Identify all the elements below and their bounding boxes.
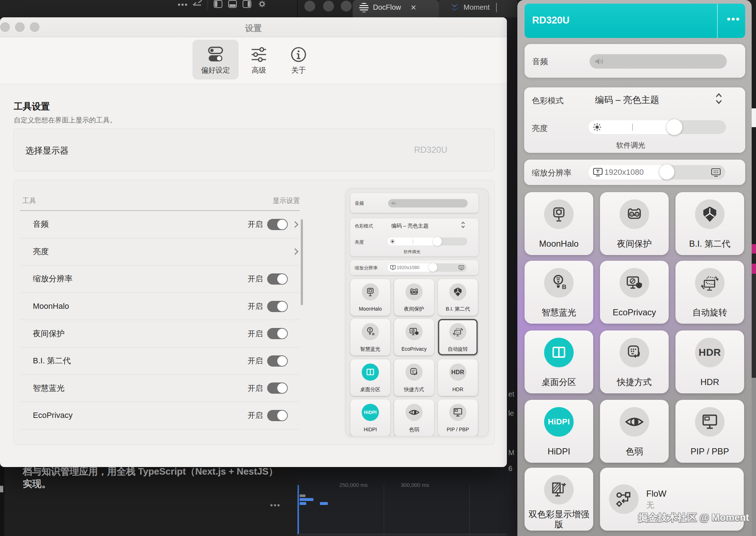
tool-tile-label: FloW: [646, 489, 666, 499]
tool-toggle[interactable]: [267, 301, 288, 312]
window-titlebar[interactable]: 设置: [0, 17, 507, 37]
speaker-icon: [595, 57, 604, 66]
brightness-label: 亮度: [355, 239, 364, 245]
layout-sidebar-left-icon[interactable]: [214, 0, 222, 8]
tab-advanced[interactable]: 高级: [236, 40, 282, 79]
display-control-panel: RD320U ••• 音频 色彩模式 编码 – 亮色主题 亮度: [517, 0, 752, 536]
resolution-card: 缩放分辨率 1920x1080: [350, 260, 478, 275]
tool-tile-shortcuts-icon[interactable]: 快捷方式: [600, 330, 669, 393]
tool-tile-hidpi-text-icon[interactable]: HiDPIHiDPI: [525, 400, 593, 463]
tab-label: 偏好设定: [192, 65, 239, 75]
color-mode-value[interactable]: 编码 – 亮色主题: [568, 94, 687, 106]
flow-icon: [609, 484, 639, 514]
back-arrow-icon[interactable]: [192, 0, 203, 9]
layout-sidebar-right-icon[interactable]: [243, 0, 251, 8]
layout-panel-bottom-icon[interactable]: [228, 0, 237, 8]
sun-icon: [593, 123, 601, 131]
tool-tile-label: 桌面分区: [360, 386, 381, 392]
tool-tile-smart-bluelight-icon[interactable]: B智慧蓝光: [525, 261, 593, 324]
tool-toggle[interactable]: [267, 410, 288, 421]
browser-minimize-button[interactable]: [323, 1, 334, 12]
resolution-slider[interactable]: 1920x1080: [588, 165, 725, 180]
section-title: 工具设置: [14, 100, 50, 112]
tool-tile-pip-pbp-icon[interactable]: PIP / PBP: [675, 400, 744, 463]
text-fragment: le: [508, 409, 514, 418]
tool-tile-sublabel: 无: [646, 501, 654, 510]
list-scrollbar[interactable]: [301, 219, 303, 305]
browser-zoom-button[interactable]: [341, 1, 352, 12]
browser-close-button[interactable]: [304, 1, 315, 12]
tab-about[interactable]: 关于: [275, 40, 322, 79]
tool-tile-desktop-partition-icon[interactable]: 桌面分区: [525, 330, 593, 393]
brightness-knob[interactable]: [433, 237, 442, 246]
resolution-card: 缩放分辨率 1920x1080: [524, 160, 745, 185]
tool-tile-hdr-text-icon[interactable]: HDRHDR: [675, 330, 744, 393]
tab-preferences[interactable]: 偏好设定: [192, 40, 239, 79]
color-mode-value[interactable]: 编码 – 亮色主题: [375, 222, 444, 229]
svg-text:B: B: [372, 332, 375, 336]
tool-tile-hdr-text-icon[interactable]: HDRHDR: [438, 359, 478, 396]
toggle-state-label: 开启: [248, 274, 263, 284]
audio-slider[interactable]: [590, 54, 727, 69]
tab-docflow[interactable]: DocFlow ✕: [353, 0, 439, 17]
tool-tile-color-weak-icon[interactable]: 色弱: [394, 399, 434, 436]
more-actions-icon[interactable]: •••: [178, 0, 187, 8]
brightness-slider[interactable]: [387, 237, 467, 245]
brightness-slider[interactable]: [588, 120, 726, 134]
tab-moment[interactable]: Moment: [439, 0, 517, 17]
settings-tab-strip: 偏好设定 高级 关于: [0, 37, 507, 84]
tool-tile-auto-rotate-icon[interactable]: 自动旋转: [438, 319, 478, 355]
chevron-right-icon[interactable]: [292, 248, 298, 255]
tool-tile-label: 智慧蓝光: [360, 346, 381, 352]
tool-tile-hidpi-text-icon[interactable]: HiDPIHiDPI: [351, 399, 390, 436]
tool-tile-desktop-partition-icon[interactable]: 桌面分区: [351, 359, 390, 396]
resolution-slider[interactable]: 1920x1080: [387, 263, 467, 272]
tool-tile-pip-pbp-icon[interactable]: PIP / PBP: [438, 399, 478, 436]
tool-tile-smart-bluelight-icon[interactable]: B智慧蓝光: [351, 319, 390, 355]
moonhalo-icon: [544, 199, 574, 229]
tool-tile-bi-gen2-icon[interactable]: B.I. 第二代: [675, 192, 744, 255]
tool-tile-auto-rotate-icon[interactable]: 自动旋转: [675, 261, 744, 324]
tool-tile-dual-color-icon[interactable]: 双色彩显示增强版: [525, 468, 593, 531]
tool-tile-color-weak-icon[interactable]: 色弱: [600, 400, 669, 463]
editor-more-icon[interactable]: •••: [270, 501, 281, 510]
panel-header[interactable]: RD320U •••: [525, 4, 745, 38]
panel-cards: 音频 色彩模式 编码 – 亮色主题 亮度: [524, 44, 745, 532]
tool-tile-eco-privacy-icon[interactable]: EcoPrivacy: [394, 319, 434, 355]
chevron-updown-icon[interactable]: [715, 92, 723, 105]
tool-toggle[interactable]: [267, 382, 288, 394]
tool-toggle[interactable]: [267, 273, 288, 285]
chevron-right-icon[interactable]: [292, 221, 298, 228]
tool-tile-label: HDR: [452, 386, 463, 392]
panel-menu-icon[interactable]: •••: [727, 13, 740, 25]
screen: ••• DocFlow ✕ Momen: [0, 0, 756, 536]
waterfall-bar: [320, 502, 328, 505]
docflow-favicon-icon: [359, 3, 369, 12]
tool-row-label: 缩放分辨率: [33, 273, 248, 284]
tool-tile-shortcuts-icon[interactable]: 快捷方式: [394, 359, 434, 396]
tool-tile-eco-privacy-icon[interactable]: EcoPrivacy: [600, 261, 669, 324]
tool-tile-bi-gen2-icon[interactable]: B.I. 第二代: [438, 279, 478, 316]
tool-toggle[interactable]: [267, 328, 288, 339]
tool-toggle[interactable]: [267, 355, 288, 367]
resolution-knob[interactable]: [659, 164, 674, 180]
column-divider[interactable]: [496, 534, 496, 536]
tool-tile-moonhalo-icon[interactable]: MoonHalo: [525, 192, 593, 255]
tab-close-icon[interactable]: ✕: [410, 3, 417, 12]
gear-icon[interactable]: [257, 0, 267, 9]
display-select-card[interactable]: 选择显示器 RD320U: [13, 129, 495, 171]
audio-slider[interactable]: [388, 199, 468, 207]
chevron-updown-icon[interactable]: [461, 221, 465, 229]
tool-tile-moonhalo-icon[interactable]: MoonHalo: [351, 279, 390, 316]
tool-tile-owl-icon[interactable]: 夜间保护: [394, 279, 434, 316]
timeline-label: 250,000 ms: [339, 482, 368, 488]
slider-tick: [632, 124, 633, 131]
brightness-knob[interactable]: [666, 119, 682, 135]
eco-privacy-icon: [405, 323, 423, 341]
resolution-knob[interactable]: [429, 263, 437, 272]
tool-toggle[interactable]: [267, 219, 288, 230]
tools-list: 音频开启亮度缩放分辨率开启MoonHalo开启夜间保护开启B.I. 第二代开启智…: [20, 210, 300, 429]
color-weak-icon: [620, 407, 649, 437]
tool-tile-owl-icon[interactable]: 夜间保护: [600, 192, 669, 255]
editor-text: 档与知识管理应用，用全栈 TypeScript（Next.js + NestJS…: [23, 465, 297, 490]
